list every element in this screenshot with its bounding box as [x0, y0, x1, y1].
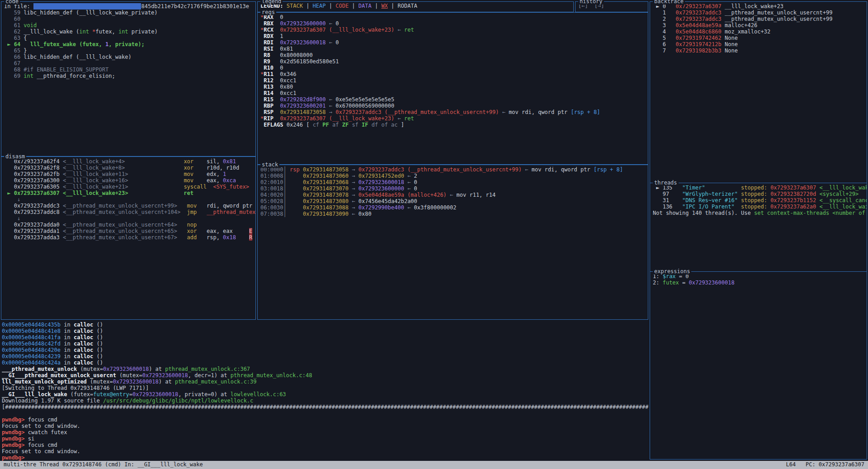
backtrace-panel: backtrace ► 0 0x7293237a6307 __lll_lock_…	[650, 1, 867, 183]
terminal-line: LEGEND: STACK | HEAP | CODE | DATA | WX …	[260, 3, 571, 9]
terminal-line: *RIP 0x7293237a6307 (__lll_lock_wake+23)…	[260, 115, 645, 122]
terminal-line: 1 0x7293237addc3 __pthread_mutex_unlock_…	[653, 9, 864, 16]
terminal-line: ► 135 "Timer" stopped: 0x7293237a6307 <_…	[653, 185, 864, 191]
terminal-line: RDI 0x729323600018 ← 0	[260, 39, 645, 46]
terminal-line: 0x7293237adda0 <__pthread_mutex_unlock_u…	[4, 222, 253, 228]
terminal-line: In file: 845db211e7b42c7176f9be21b8301e1…	[4, 3, 253, 9]
terminal-line: R12 0xcc1	[260, 77, 645, 84]
legend-panel: legend LEGEND: STACK | HEAP | CODE | DAT…	[257, 1, 574, 12]
terminal-line: [Switching to Thread 0x7293148746 (LWP 7…	[2, 385, 648, 391]
history-panel: history [←][→]	[575, 1, 648, 12]
terminal-line: 0x00005e04d48c420e in calloc ()	[2, 347, 648, 353]
threads-panel: threads ► 135 "Timer" stopped: 0x7293237…	[650, 183, 867, 272]
terminal-line: 02:0010│ 0x729314873068 → 0x729323600018…	[260, 179, 645, 185]
terminal-line: 06:0030│ 0x729314873088 → 0x7292990be400…	[260, 204, 645, 211]
terminal-line: 59 libc_hidden_def (__lll_lock_wake_priv…	[4, 9, 253, 16]
terminal-line: pwndbg>	[2, 455, 648, 461]
terminal-line: ↓	[4, 196, 253, 203]
backtrace-lines: ► 0 0x7293237a6307 __lll_lock_wake+23 1 …	[650, 2, 867, 183]
terminal-line: 0x00005e04d48c4239 in calloc ()	[2, 353, 648, 360]
terminal-line: 60	[4, 16, 253, 22]
terminal-line: 66 libc_hidden_def (__lll_lock_wake)	[4, 54, 253, 60]
terminal-line: R13 0x80	[260, 84, 645, 90]
terminal-line: RDX 1	[260, 33, 645, 39]
terminal-line: 0x7293237a62fb <__lll_lock_wake+11> mov …	[4, 171, 253, 177]
terminal-line: 0x7293237a62f4 <__lll_lock_wake+4> xor s…	[4, 158, 253, 165]
terminal-line: 69 int __pthread_force_elision;	[4, 73, 253, 79]
terminal-line: 63 {	[4, 35, 253, 41]
legend-panel-title: legend	[260, 0, 283, 5]
terminal-line: R10 0	[260, 65, 645, 71]
terminal-line: ___pthread_mutex_unlock (mutex=0x7293236…	[2, 366, 648, 372]
terminal-line: pwndbg> si	[2, 436, 648, 442]
stack-lines: 00:0000│ rsp 0x729314873058 → 0x7293237a…	[258, 165, 648, 319]
terminal-line: Focus set to cmd window.	[2, 448, 648, 455]
terminal-line: 0x7293237adda3 <__pthread_mutex_unlock_u…	[4, 234, 253, 241]
terminal-line: RBX 0x729323600000 ← 0	[260, 20, 645, 27]
terminal-line: 07:0038│ 0x729314873090 ← 0x80	[260, 211, 645, 217]
terminal-line: Not showing 140 thread(s). Use set conte…	[653, 210, 864, 216]
terminal-line: __GI___pthread_mutex_unlock_usercnt (mut…	[2, 372, 648, 379]
terminal-line: Focus set to cmd window.	[2, 423, 648, 429]
terminal-line: RSP 0x729314873058 → 0x7293237addc3 (__p…	[260, 109, 645, 115]
terminal-line: 0x00005e04d48c42fd in calloc ()	[2, 341, 648, 347]
terminal-line: 04:0020│ 0x729314873078 → 0x5e04d48ae59a…	[260, 192, 645, 198]
terminal-line: 05:0028│ 0x729314873080 ← 0x7456e45da42b…	[260, 198, 645, 204]
terminal-line: 0x00005e04d48c41fa in calloc ()	[2, 334, 648, 341]
terminal-line: RSI 0x81	[260, 46, 645, 52]
terminal-line: lll_mutex_unlock_optimized (mutex=0x7293…	[2, 379, 648, 385]
status-bar-left: multi-thre Thread 0x7293148746 (cmd) In:…	[4, 461, 203, 469]
source-code-panel-title: code	[4, 0, 20, 5]
terminal-line: 2 0x7293237addc3 __pthread_mutex_unlock_…	[653, 16, 864, 22]
terminal-line: 0x7293237a6300 <__lll_lock_wake+16> mov …	[4, 177, 253, 184]
terminal-line: 0x7293237a6305 <__lll_lock_wake+21> sysc…	[4, 184, 253, 190]
terminal-line: EFLAGS 0x246 [ cf PF af ZF sf IF df of a…	[260, 122, 645, 128]
disassembly-panel-title: disasm	[4, 153, 26, 160]
expressions-panel-title: expressions	[653, 268, 691, 275]
terminal-line: 03:0018│ 0x729314873070 → 0x729323600000…	[260, 185, 645, 192]
source-code-lines: In file: 845db211e7b42c7176f9be21b8301e1…	[1, 2, 255, 156]
status-bar-right: L64 PC: 0x7293237a6307	[786, 461, 864, 469]
registers-panel: regs *RAX 0 RBX 0x729323600000 ← 0*RCX 0…	[257, 12, 648, 165]
expressions-panel: expressions 1: $rax = 02: futex = 0x7293…	[650, 271, 867, 460]
terminal-line: __GI___lll_lock_wake (futex=futex@entry=…	[2, 391, 648, 398]
terminal-line	[2, 410, 648, 417]
terminal-line: *RCX 0x7293237a6307 (__lll_lock_wake+23)…	[260, 27, 645, 33]
terminal-line: 0x00005e04d48c435b in calloc ()	[2, 322, 648, 328]
terminal-line: pwndbg> focus cmd	[2, 417, 648, 423]
terminal-line: 0x00005e04d48c41e8 in calloc ()	[2, 328, 648, 334]
terminal-line: 2: futex = 0x729323600018	[653, 280, 864, 286]
terminal-line: 4 0x5e04d48c6860 moz_xmalloc+32	[653, 28, 864, 35]
terminal-line: pwndbg> cwatch futex	[2, 429, 648, 436]
terminal-line: R8 0x80008000	[260, 52, 645, 58]
terminal-line: Downloading 1.97 K source file /usr/src/…	[2, 398, 648, 404]
stack-panel: stack 00:0000│ rsp 0x729314873058 → 0x72…	[257, 165, 648, 320]
disassembly-lines: 0x7293237a62f4 <__lll_lock_wake+4> xor s…	[1, 157, 255, 319]
terminal-line: RBP 0x729323600201 ← 0x6700000569000000	[260, 103, 645, 109]
stack-panel-title: stack	[260, 161, 279, 168]
history-panel-title: history	[578, 0, 604, 5]
terminal-line: 0x00005e04d48c424a in calloc ()	[2, 360, 648, 366]
terminal-line: 7 0x72931982b3b3 None	[653, 47, 864, 54]
terminal-line: ↓	[4, 215, 253, 222]
terminal-line: R14 0xcc1	[260, 90, 645, 96]
terminal-line: pwndbg> focus cmd	[2, 442, 648, 448]
terminal-line: 31 "DNS Res~ver #16" stopped: 0x7293237b…	[653, 197, 864, 204]
registers-lines: *RAX 0 RBX 0x729323600000 ← 0*RCX 0x7293…	[258, 13, 648, 164]
expressions-lines: 1: $rax = 02: futex = 0x729323600018	[650, 272, 867, 459]
terminal-line: 3 0x5e04d48ae59a malloc+426	[653, 22, 864, 28]
legend-line: LEGEND: STACK | HEAP | CODE | DATA | WX …	[258, 2, 573, 12]
threads-lines: ► 135 "Timer" stopped: 0x7293237a6307 <_…	[650, 183, 867, 271]
terminal-line: 01:0008│ 0x729314873060 → 0x729314752ed0…	[260, 173, 645, 179]
terminal-line: 0x7293237adda1 <__pthread_mutex_unlock_u…	[4, 228, 253, 234]
terminal-line: 62 __lll_lock_wake (int *futex, int priv…	[4, 28, 253, 35]
disassembly-panel: disasm 0x7293237a62f4 <__lll_lock_wake+4…	[1, 156, 256, 320]
source-code-panel: code In file: 845db211e7b42c7176f9be21b8…	[1, 1, 256, 156]
backtrace-panel-title: backtrace	[653, 0, 685, 5]
terminal-line: 61 void	[4, 22, 253, 28]
command-console[interactable]: 0x00005e04d48c435b in calloc ()0x00005e0…	[2, 322, 648, 461]
terminal-line: *RAX 0	[260, 14, 645, 20]
terminal-line: 97 "WrGlyph~terizer" stopped: 0x72932382…	[653, 191, 864, 197]
terminal-line: 65 }	[4, 47, 253, 54]
terminal-line: R15 0x729282d8f900 ← 0xe5e5e5e5e5e5e5e5	[260, 96, 645, 103]
